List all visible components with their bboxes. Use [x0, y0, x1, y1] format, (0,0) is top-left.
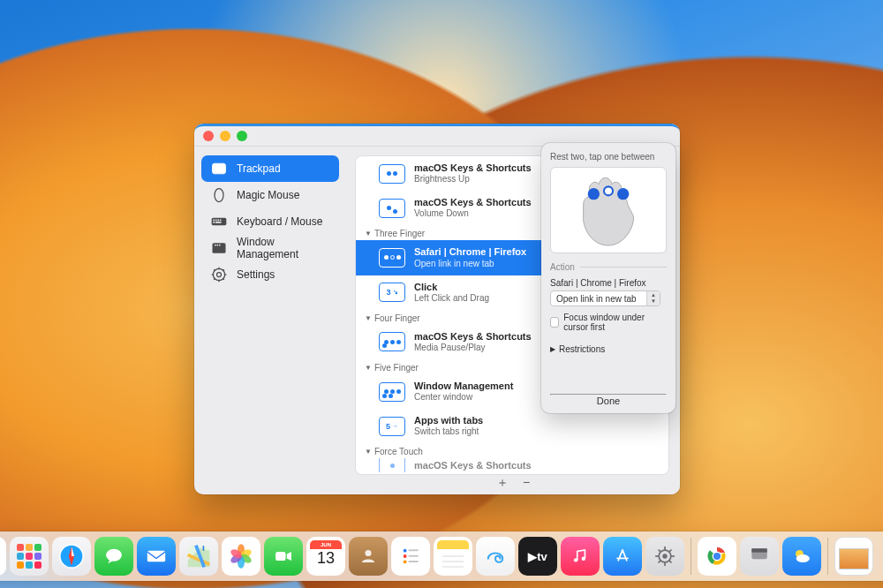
close-window-button[interactable] [203, 131, 214, 141]
dock-app-reminders[interactable] [391, 537, 430, 576]
svg-rect-33 [275, 552, 285, 561]
zoom-window-button[interactable] [237, 131, 247, 141]
dock-app-tv[interactable]: ▶tv [518, 537, 557, 576]
svg-line-52 [659, 550, 661, 553]
group-label: Three Finger [374, 229, 425, 238]
gesture-preview [550, 167, 667, 253]
gesture-glyph-icon [379, 332, 405, 351]
minimize-window-button[interactable] [220, 131, 230, 141]
disclosure-triangle-icon: ▶ [550, 345, 555, 353]
sidebar-item-label: Window Management [237, 236, 330, 260]
focus-window-checkbox-row[interactable]: Focus window under cursor first [550, 313, 667, 332]
svg-rect-60 [751, 548, 766, 552]
sidebar-item-trackpad[interactable]: Trackpad [201, 155, 339, 182]
gesture-row-title: macOS Keys & Shortcuts [414, 331, 532, 343]
svg-point-34 [365, 550, 371, 556]
chevron-down-icon: ▼ [365, 448, 372, 456]
dock-app-facetime[interactable] [264, 537, 303, 576]
trackpad-icon [210, 160, 228, 177]
svg-rect-4 [215, 220, 217, 222]
dock-app-chrome[interactable] [698, 537, 736, 576]
action-section: Action [550, 262, 667, 272]
remove-gesture-button[interactable]: − [523, 475, 530, 491]
sidebar-item-label: Settings [237, 268, 330, 281]
done-button[interactable]: Done [550, 396, 667, 406]
select-value: Open link in new tab [556, 294, 637, 304]
svg-point-44 [574, 558, 577, 562]
svg-point-10 [215, 245, 216, 246]
dock-app-finder[interactable] [0, 537, 6, 576]
gesture-row-sub: Open link in new tab [414, 259, 526, 269]
gesture-description: Rest two, tap one between [550, 152, 667, 162]
dock-trash[interactable] [877, 537, 883, 576]
gear-icon [210, 266, 228, 283]
gesture-row-title: macOS Keys & Shortcuts [414, 460, 532, 471]
svg-rect-39 [408, 555, 418, 557]
chevron-down-icon: ▼ [365, 314, 372, 322]
calendar-month: JUN [310, 540, 342, 549]
checkbox-label: Focus window under cursor first [563, 313, 667, 332]
checkbox[interactable] [550, 317, 559, 328]
window-management-icon [210, 239, 228, 257]
gesture-row-title: macOS Keys & Shortcuts [414, 197, 532, 208]
svg-point-1 [215, 189, 223, 202]
dock-app-notes[interactable] [434, 537, 472, 576]
add-gesture-button[interactable]: ＋ [496, 475, 509, 491]
sidebar-item-window-management[interactable]: Window Management [201, 235, 339, 261]
svg-rect-25 [147, 551, 165, 562]
svg-line-55 [659, 561, 661, 563]
svg-rect-9 [213, 243, 226, 253]
gesture-row-sub: Left Click and Drag [414, 293, 489, 304]
svg-point-45 [582, 557, 585, 561]
restrictions-label: Restrictions [559, 344, 605, 354]
gesture-row-sub: Media Pause/Play [414, 343, 532, 353]
gesture-glyph-icon: 3↘ [379, 283, 405, 302]
gesture-row-sub: Volume Down [414, 208, 532, 219]
svg-rect-38 [408, 549, 418, 551]
dock-app-launchpad[interactable] [10, 537, 49, 576]
action-select[interactable]: Open link in new tab ▲▼ [550, 290, 660, 306]
dock-app-mail[interactable] [137, 537, 176, 576]
gesture-glyph-icon [379, 382, 405, 402]
dock-app-app-store[interactable] [603, 537, 642, 576]
dock-app-system-settings[interactable] [645, 537, 684, 576]
dock-app-messages[interactable] [94, 537, 133, 576]
svg-point-15 [588, 188, 600, 200]
dock-app-photos[interactable] [222, 537, 260, 576]
svg-point-62 [796, 554, 810, 562]
svg-rect-5 [217, 220, 219, 222]
dock-app-calendar[interactable]: JUN 13 [306, 537, 345, 576]
dock-app-freeform[interactable] [476, 537, 515, 576]
gesture-row-sub: Center window [414, 392, 513, 403]
svg-line-53 [669, 561, 672, 563]
sidebar-item-label: Trackpad [237, 162, 330, 175]
gesture-glyph-icon [379, 248, 405, 268]
dock-stack-downloads[interactable] [834, 537, 873, 576]
group-label: Force Touch [374, 447, 423, 456]
gesture-row-sub: Switch tabs right [414, 426, 483, 437]
svg-point-11 [217, 245, 219, 246]
gesture-row[interactable]: macOS Keys & Shortcuts [356, 458, 668, 472]
svg-point-12 [219, 245, 221, 246]
dock-app-weather[interactable] [782, 537, 821, 576]
dock-separator [691, 538, 691, 575]
restrictions-disclosure[interactable]: ▶ Restrictions [550, 344, 667, 354]
sidebar-item-label: Magic Mouse [237, 189, 330, 201]
dock-app-maps[interactable] [179, 537, 218, 576]
sidebar-item-magic-mouse[interactable]: Magic Mouse [201, 182, 339, 208]
svg-point-24 [106, 549, 122, 562]
sidebar-item-settings[interactable]: Settings [201, 261, 339, 288]
dock-app-contacts[interactable] [349, 537, 388, 576]
dock-app-bettertouchtool[interactable] [740, 537, 779, 576]
svg-rect-6 [220, 220, 222, 222]
gesture-row[interactable]: 5→ Apps with tabs Switch tabs right [356, 409, 668, 443]
sidebar: Trackpad Magic Mouse Keyboard / Mouse Wi… [194, 147, 346, 494]
gesture-detail-popover: Rest two, tap one between Action Safari … [541, 143, 675, 413]
gesture-group-header[interactable]: ▼Force Touch [356, 443, 668, 458]
dock-app-music[interactable] [561, 537, 600, 576]
dock-app-safari[interactable] [52, 537, 91, 576]
chevron-down-icon: ▼ [365, 230, 372, 237]
gesture-row-title: Window Management [414, 381, 513, 392]
sidebar-item-keyboard-mouse[interactable]: Keyboard / Mouse [201, 208, 339, 235]
select-stepper-icon: ▲▼ [646, 291, 660, 305]
